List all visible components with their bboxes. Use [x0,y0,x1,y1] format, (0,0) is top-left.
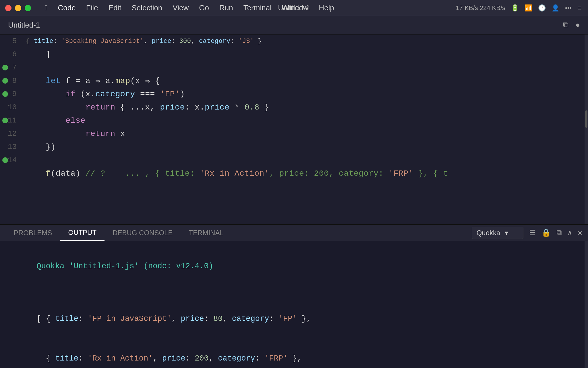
filter-icon[interactable]: ☰ [529,228,536,237]
split-editor-icon[interactable]: ⧉ [563,21,568,30]
tab-problems[interactable]: PROBLEMS [6,225,60,241]
list-icon: ≡ [577,4,581,12]
line-number-12: 12 [0,127,23,140]
editor-tab-bar: Untitled-1 ⧉ ● [0,16,588,34]
code-editor[interactable]: { title: 'Speaking JavaScript', price: 3… [23,34,585,224]
output-line-2: { title: 'Rx in Action', price: 200, cat… [9,339,579,368]
breakpoint-11 [2,118,8,123]
code-line-10: else [26,114,585,127]
output-dropdown[interactable]: Quokka ▾ [472,227,523,239]
chevron-down-icon: ▾ [505,229,508,237]
menu-help[interactable]: Help [314,0,339,16]
time-icon: 🕐 [538,4,546,12]
panel-tab-right-controls: Quokka ▾ ☰ 🔒 ⧉ ∧ ✕ [472,227,582,239]
panel-output-content: Quokka 'Untitled-1.js' (node: v12.4.0) [… [0,241,588,368]
titlebar:  Code File Edit Selection View Go Run T… [0,0,588,16]
output-line-1: [ { title: 'FP in JavaScript', price: 80… [9,300,579,339]
editor-scrollbar-thumb [585,110,587,128]
menu-code[interactable]: Code [53,0,81,16]
battery-icon: 🔋 [511,4,519,12]
copy-icon[interactable]: ⧉ [556,229,562,237]
code-line-7: let f = a ⇒ a.map(x ⇒ { [26,74,585,87]
line-number-9: 9 [0,87,23,101]
editor-area: 5 6 7 8 9 10 11 12 13 14 [0,34,588,224]
editor-header-actions: ⧉ ● [563,21,580,30]
tab-debug-console[interactable]: DEBUG CONSOLE [105,225,181,241]
code-line-8: if (x.category === 'FP') [26,87,585,101]
bottom-panel: PROBLEMS OUTPUT DEBUG CONSOLE TERMINAL Q… [0,224,588,368]
profile-icon: 👤 [552,4,559,12]
wifi-icon: 📶 [525,4,532,12]
chevron-up-icon[interactable]: ∧ [568,228,572,237]
code-line-12: }) [26,140,585,154]
close-button[interactable] [5,5,11,11]
code-line-6 [26,61,585,74]
tab-terminal[interactable]: TERMINAL [181,225,231,241]
close-panel-icon[interactable]: ✕ [578,228,582,237]
network-stats: 17 KB/s 224 KB/s [456,4,505,12]
menu-apple[interactable]:  [40,0,53,16]
panel-action-icons: ☰ 🔒 ⧉ ∧ ✕ [529,228,582,237]
editor-tab-untitled[interactable]: Untitled-1 [8,21,40,30]
output-header-text: Quokka 'Untitled-1.js' (node: v12.4.0) [36,262,213,271]
breakpoint-9 [2,91,8,97]
menu-view[interactable]: View [167,0,194,16]
code-line-partial: { title: 'Speaking JavaScript', price: 3… [26,34,585,48]
menu-terminal[interactable]: Terminal [238,0,277,16]
code-line-11: return x [26,127,585,140]
maximize-button[interactable] [25,5,31,11]
menu-go[interactable]: Go [194,0,214,16]
editor-scrollbar[interactable] [585,34,588,224]
line-number-7: 7 [0,61,23,74]
menu-edit[interactable]: Edit [103,0,127,16]
breakpoint-7 [2,65,8,70]
line-number-8: 8 [0,74,23,87]
code-line-9: return { ...x, price: x.price * 0.8 } [26,101,585,114]
dropdown-label: Quokka [477,229,500,237]
minimize-button[interactable] [15,5,21,11]
lock-icon[interactable]: 🔒 [541,228,551,237]
output-line-empty [9,286,579,300]
more-icon: ••• [565,4,572,12]
line-number-14: 14 [0,154,23,167]
menu-run[interactable]: Run [214,0,238,16]
menu-file[interactable]: File [81,0,103,16]
output-line-header: Quokka 'Untitled-1.js' (node: v12.4.0) [9,247,579,286]
dirty-indicator: ● [575,21,580,30]
line-number-10: 10 [0,101,23,114]
panel-scrollbar[interactable] [585,241,588,368]
menu-selection[interactable]: Selection [126,0,167,16]
window-title: Untitled-1 [278,3,310,12]
code-line-13 [26,154,585,167]
tab-output[interactable]: OUTPUT [60,225,105,241]
line-numbers-gutter: 5 6 7 8 9 10 11 12 13 14 [0,34,23,224]
panel-tab-bar: PROBLEMS OUTPUT DEBUG CONSOLE TERMINAL Q… [0,225,588,241]
window-controls [0,5,31,11]
line-number-6: 6 [0,48,23,61]
code-line-14: f(data) // ? ... , { title: 'Rx in Actio… [26,167,585,180]
titlebar-right-controls: 17 KB/s 224 KB/s 🔋 📶 🕐 👤 ••• ≡ [456,4,588,12]
line-number-11: 11 [0,114,23,127]
breakpoint-14 [2,157,8,163]
line-number-13: 13 [0,140,23,154]
line-number-5: 5 [0,34,23,48]
code-line-5: ] [26,48,585,61]
breakpoint-8 [2,78,8,84]
